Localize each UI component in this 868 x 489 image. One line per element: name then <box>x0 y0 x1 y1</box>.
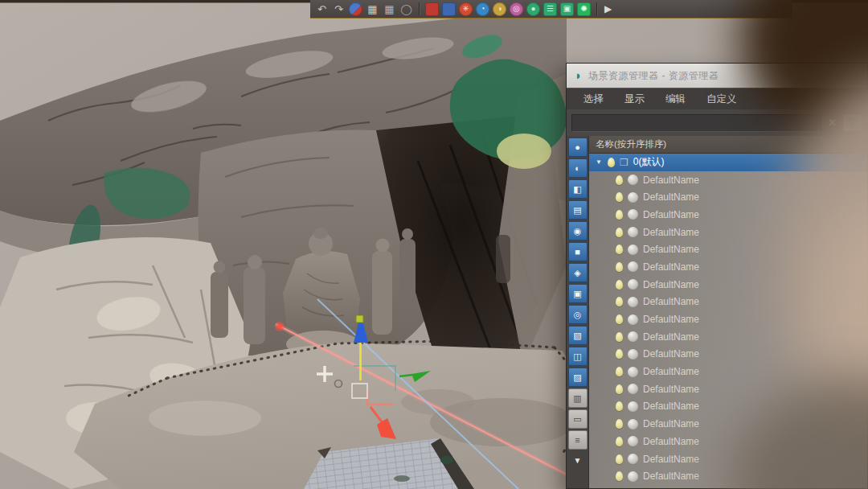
object-name-label: DefaultName <box>643 175 699 186</box>
object-tree: 名称(按升序排序) ▼ ❒ 0(默认) DefaultName <box>589 136 867 488</box>
tree-row[interactable]: DefaultName <box>589 206 867 224</box>
visibility-bulb-icon[interactable] <box>616 280 623 290</box>
object-name-label: DefaultName <box>643 471 699 482</box>
object-sphere-icon <box>628 471 638 482</box>
panel-body: ● ◐ ◧ ▤ ◉ <box>567 136 867 488</box>
sphere-tool-icon[interactable]: ◯ <box>399 2 413 16</box>
add-volume-icon[interactable]: ● <box>526 2 540 16</box>
filter-helpers-icon[interactable]: ◫ <box>568 347 588 366</box>
tree-row[interactable]: DefaultName <box>589 276 867 294</box>
filter-lights-icon[interactable]: ◉ <box>568 221 588 240</box>
tree-row[interactable]: DefaultName <box>589 188 867 206</box>
filter-bones-icon[interactable]: ▧ <box>568 326 588 345</box>
tree-row[interactable]: DefaultName <box>589 171 867 189</box>
list-view-icon[interactable]: ▥ <box>568 388 588 408</box>
visibility-bulb-icon[interactable] <box>616 437 623 446</box>
filter-tool-column: ● ◐ ◧ ▤ ◉ <box>567 136 589 488</box>
tree-row[interactable]: DefaultName <box>589 258 867 276</box>
visibility-bulb-icon[interactable] <box>616 367 623 376</box>
panel-titlebar[interactable]: ◗ 场景资源管理器 - 资源管理器 <box>567 64 867 88</box>
object-sphere-icon <box>628 314 638 325</box>
filter-button[interactable] <box>843 114 862 131</box>
visibility-bulb-icon[interactable] <box>616 419 623 429</box>
screen: ↶ ↷ ▦ ▦ ◯ <box>0 0 868 489</box>
layout-grid-icon[interactable]: ▦ <box>383 2 396 16</box>
visibility-bulb-icon[interactable] <box>616 192 623 202</box>
tree-row[interactable]: DefaultName <box>589 224 867 241</box>
visibility-bulb-icon[interactable] <box>616 297 623 306</box>
visibility-bulb-icon[interactable] <box>616 471 623 481</box>
hierarchy-view-icon[interactable]: ≡ <box>568 430 588 450</box>
panel-title: 场景资源管理器 - 资源管理器 <box>588 69 719 83</box>
tree-row[interactable]: DefaultName <box>589 328 867 346</box>
sort-header[interactable]: 名称(按升序排序) <box>589 136 867 154</box>
visibility-bulb-icon[interactable] <box>616 332 623 342</box>
tree-row[interactable]: DefaultName <box>589 294 867 311</box>
visibility-bulb-icon[interactable] <box>616 384 623 394</box>
tree-row[interactable]: DefaultName <box>589 398 867 416</box>
add-floor-icon[interactable]: ▣ <box>560 2 574 16</box>
add-spline-icon[interactable] <box>442 2 456 16</box>
add-deformer-icon[interactable]: ◎ <box>510 2 523 16</box>
filter-materials-icon[interactable]: ■ <box>568 242 588 261</box>
visibility-bulb-icon[interactable] <box>616 401 623 411</box>
tree-row[interactable]: DefaultName <box>589 450 867 468</box>
filter-groups-icon[interactable]: ◎ <box>568 305 588 324</box>
object-sphere-icon <box>628 244 638 255</box>
add-sky-icon[interactable]: ✺ <box>577 2 591 16</box>
app-logo-icon: ◗ <box>575 69 582 81</box>
play-icon[interactable]: ▶ <box>604 3 612 14</box>
object-name-label: DefaultName <box>643 366 699 377</box>
object-name-label: DefaultName <box>643 227 699 238</box>
object-name-label: DefaultName <box>643 418 699 429</box>
add-cloner-icon[interactable]: ☰ <box>543 2 557 16</box>
filter-splines-icon[interactable]: ◧ <box>568 179 588 199</box>
object-name-label: DefaultName <box>643 191 699 203</box>
menu-item[interactable]: 编辑 <box>655 92 696 106</box>
filter-xref-icon[interactable]: ▨ <box>568 368 588 387</box>
tree-root-row[interactable]: ▼ ❒ 0(默认) <box>589 154 867 171</box>
visibility-bulb-icon[interactable] <box>616 314 623 324</box>
filter-geometry-icon[interactable]: ◐ <box>568 158 588 178</box>
tree-row[interactable]: DefaultName <box>589 240 867 258</box>
filter-layers-icon[interactable]: ▣ <box>568 284 588 303</box>
tree-row[interactable]: DefaultName <box>589 310 867 328</box>
filter-all-icon[interactable]: ● <box>568 138 588 157</box>
tree-row[interactable]: DefaultName <box>589 467 867 485</box>
tree-row[interactable]: DefaultName <box>589 363 867 380</box>
visibility-bulb-icon[interactable] <box>616 262 623 272</box>
visibility-bulb-icon[interactable] <box>616 244 623 254</box>
scene-explorer-window: ◗ 场景资源管理器 - 资源管理器 选择 显示 编辑 自定义 ✕ <box>566 63 868 489</box>
filter-cameras-icon[interactable]: ▤ <box>568 200 588 220</box>
menu-item[interactable]: 选择 <box>573 92 614 106</box>
tree-row[interactable]: DefaultName <box>589 346 867 364</box>
tree-row[interactable]: DefaultName <box>589 415 867 433</box>
tree-row[interactable]: DefaultName <box>589 485 867 488</box>
scroll-down-icon[interactable]: ▼ <box>568 451 588 471</box>
undo-icon[interactable]: ↶ <box>315 2 329 16</box>
visibility-bulb-icon[interactable] <box>616 454 623 464</box>
add-light-icon[interactable]: ✳ <box>459 2 473 16</box>
visibility-bulb-icon[interactable] <box>616 175 623 185</box>
detail-view-icon[interactable]: ▭ <box>568 409 588 429</box>
visibility-bulb-icon[interactable] <box>608 158 615 167</box>
filter-tags-icon[interactable]: ◈ <box>568 263 588 282</box>
clear-search-icon[interactable]: ✕ <box>828 117 837 129</box>
search-input[interactable] <box>571 114 821 132</box>
menu-item[interactable]: 自定义 <box>696 92 747 106</box>
add-camera-icon[interactable]: ◔ <box>476 2 489 16</box>
expander-icon[interactable]: ▼ <box>596 158 605 166</box>
object-name-label: DefaultName <box>643 331 699 343</box>
tree-row[interactable]: DefaultName <box>589 380 867 398</box>
add-material-icon[interactable]: ◑ <box>493 2 506 16</box>
add-cube-icon[interactable] <box>425 2 439 16</box>
menu-item[interactable]: 显示 <box>614 92 655 106</box>
redo-icon[interactable]: ↷ <box>332 2 346 16</box>
render-settings-icon[interactable]: ▦ <box>366 2 379 16</box>
visibility-bulb-icon[interactable] <box>616 228 623 237</box>
object-name-label: DefaultName <box>643 244 699 255</box>
visibility-bulb-icon[interactable] <box>616 210 623 220</box>
render-view-icon[interactable] <box>349 2 362 16</box>
tree-row[interactable]: DefaultName <box>589 433 867 450</box>
visibility-bulb-icon[interactable] <box>616 349 623 359</box>
